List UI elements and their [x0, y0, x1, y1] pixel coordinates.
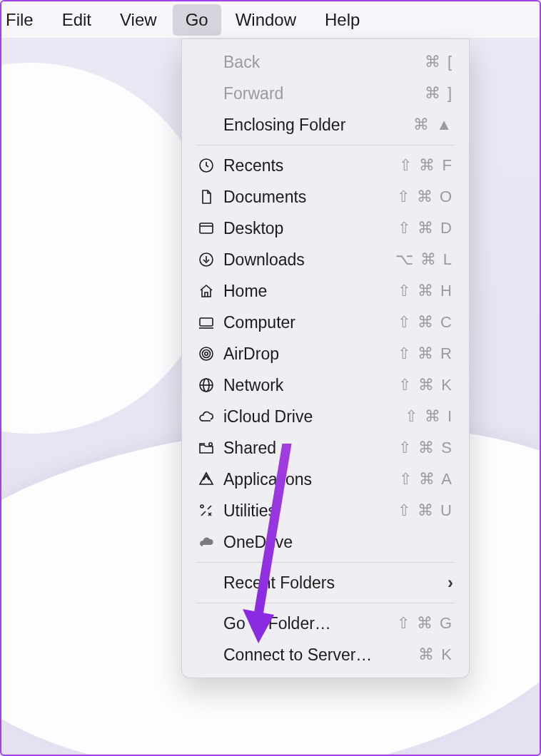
- menu-item-label: Documents: [223, 188, 397, 207]
- menu-help[interactable]: Help: [312, 4, 373, 36]
- menu-item-shortcut: ⌥ ⌘ L: [395, 250, 453, 269]
- menu-item-label: iCloud Drive: [223, 407, 405, 426]
- menu-item-airdrop[interactable]: AirDrop ⇧ ⌘ R: [182, 338, 469, 369]
- menu-item-label: Go to Folder…: [223, 614, 397, 633]
- menu-item-utilities[interactable]: Utilities ⇧ ⌘ U: [182, 495, 469, 526]
- menu-item-desktop[interactable]: Desktop ⇧ ⌘ D: [182, 213, 469, 244]
- menu-item-label: Shared: [223, 439, 398, 458]
- svg-point-7: [203, 350, 211, 358]
- menu-item-downloads[interactable]: Downloads ⌥ ⌘ L: [182, 244, 469, 275]
- menu-item-label: Recents: [223, 156, 399, 175]
- menu-item-recent-folders[interactable]: Recent Folders ›: [182, 567, 469, 598]
- home-icon: [198, 282, 223, 300]
- menu-item-shortcut: ⇧ ⌘ H: [398, 282, 453, 300]
- clock-icon: [198, 157, 223, 174]
- menu-file[interactable]: File: [3, 4, 46, 36]
- menu-item-label: Computer: [223, 313, 398, 332]
- menu-window[interactable]: Window: [224, 4, 309, 36]
- menu-item-connect-to-server[interactable]: Connect to Server… ⌘ K: [182, 639, 469, 670]
- menu-item-shortcut: ⇧ ⌘ A: [399, 470, 453, 489]
- menu-item-documents[interactable]: Documents ⇧ ⌘ O: [182, 181, 469, 213]
- menu-item-home[interactable]: Home ⇧ ⌘ H: [182, 275, 469, 307]
- desktop-icon: [198, 220, 223, 237]
- menu-item-shortcut: ⌘ ]: [425, 84, 453, 103]
- applications-icon: [198, 471, 223, 488]
- menu-item-label: OneDrive: [223, 533, 453, 552]
- menu-item-back[interactable]: Back ⌘ [: [182, 46, 469, 78]
- menu-item-label: Recent Folders: [223, 573, 448, 593]
- menu-item-shortcut: ⇧ ⌘ F: [399, 156, 453, 175]
- menu-item-label: Home: [223, 282, 398, 301]
- menu-item-label: Utilities: [223, 501, 398, 521]
- menu-view[interactable]: View: [107, 4, 170, 36]
- menu-item-shortcut: ⇧ ⌘ C: [398, 313, 453, 332]
- svg-point-6: [205, 352, 208, 355]
- menu-item-label: Back: [223, 53, 425, 72]
- menu-item-label: Connect to Server…: [223, 645, 418, 665]
- svg-rect-4: [200, 318, 213, 326]
- shared-icon: [198, 439, 223, 456]
- menu-item-shared[interactable]: Shared ⇧ ⌘ S: [182, 432, 469, 464]
- menu-item-forward[interactable]: Forward ⌘ ]: [182, 78, 469, 109]
- menu-item-label: Forward: [223, 84, 425, 103]
- menu-item-label: AirDrop: [223, 344, 398, 364]
- svg-rect-1: [200, 223, 213, 233]
- menu-item-label: Downloads: [223, 250, 395, 270]
- onedrive-icon: [198, 533, 223, 551]
- menu-item-label: Enclosing Folder: [223, 116, 413, 135]
- go-dropdown-menu: Back ⌘ [ Forward ⌘ ] Enclosing Folder ⌘ …: [181, 39, 470, 678]
- menu-edit[interactable]: Edit: [49, 4, 104, 36]
- utilities-icon: [198, 502, 223, 519]
- menu-separator: [196, 145, 455, 145]
- menu-item-computer[interactable]: Computer ⇧ ⌘ C: [182, 307, 469, 338]
- menu-item-shortcut: ⇧ ⌘ S: [398, 439, 453, 457]
- airdrop-icon: [198, 345, 223, 362]
- svg-point-14: [201, 505, 203, 508]
- menu-item-shortcut: ⌘ ▲: [413, 116, 453, 134]
- menu-item-shortcut: ⌘ [: [425, 53, 453, 71]
- menu-item-applications[interactable]: Applications ⇧ ⌘ A: [182, 464, 469, 495]
- menu-separator: [196, 603, 455, 603]
- svg-point-13: [209, 443, 212, 446]
- menu-item-shortcut: ⌘ K: [418, 645, 453, 664]
- network-icon: [198, 377, 223, 394]
- menu-item-shortcut: ⇧ ⌘ K: [398, 376, 453, 394]
- menu-item-label: Desktop: [223, 219, 398, 238]
- menubar: File Edit View Go Window Help: [1, 1, 540, 39]
- menu-item-label: Network: [223, 376, 398, 395]
- menu-item-enclosing-folder[interactable]: Enclosing Folder ⌘ ▲: [182, 109, 469, 141]
- menu-item-shortcut: ⇧ ⌘ R: [398, 344, 453, 363]
- menu-item-label: Applications: [223, 470, 399, 489]
- menu-item-network[interactable]: Network ⇧ ⌘ K: [182, 369, 469, 401]
- menu-item-shortcut: ⇧ ⌘ O: [397, 188, 453, 206]
- document-icon: [198, 188, 223, 205]
- download-icon: [198, 251, 223, 268]
- menu-item-icloud-drive[interactable]: iCloud Drive ⇧ ⌘ I: [182, 401, 469, 432]
- computer-icon: [198, 314, 223, 331]
- menu-item-shortcut: ⇧ ⌘ G: [397, 614, 453, 633]
- menu-item-shortcut: ⇧ ⌘ D: [398, 219, 453, 237]
- chevron-right-icon: ›: [448, 573, 453, 593]
- cloud-icon: [198, 408, 223, 425]
- menu-item-shortcut: ⇧ ⌘ U: [398, 501, 453, 520]
- menu-item-onedrive[interactable]: OneDrive: [182, 526, 469, 558]
- menu-separator: [196, 562, 455, 563]
- menu-item-shortcut: ⇧ ⌘ I: [405, 407, 453, 426]
- menu-go[interactable]: Go: [173, 4, 221, 36]
- menu-item-recents[interactable]: Recents ⇧ ⌘ F: [182, 150, 469, 181]
- menu-item-go-to-folder[interactable]: Go to Folder… ⇧ ⌘ G: [182, 608, 469, 639]
